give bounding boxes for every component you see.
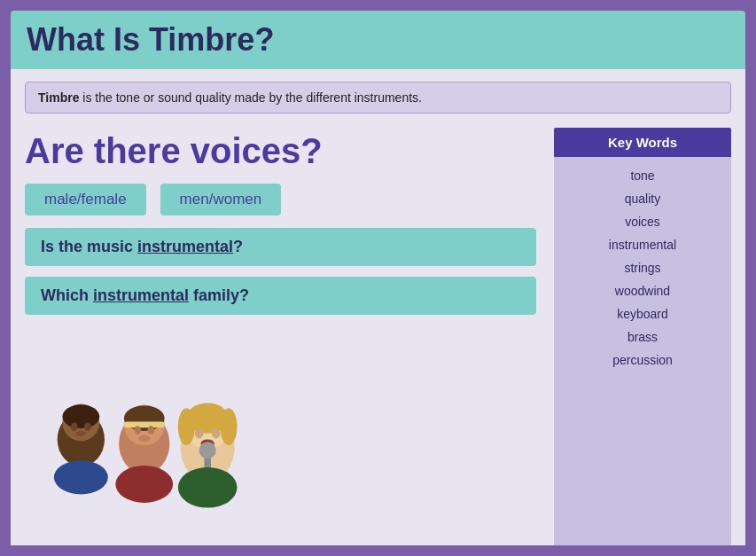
svg-point-10 <box>134 426 141 435</box>
svg-point-11 <box>148 426 155 435</box>
svg-point-19 <box>212 428 221 438</box>
svg-point-18 <box>195 428 204 438</box>
svg-point-3 <box>71 422 78 431</box>
svg-point-4 <box>84 422 91 431</box>
voice-tag-1: male/female <box>25 184 146 215</box>
svg-point-5 <box>76 431 86 436</box>
main-question: Are there voices? <box>25 131 536 171</box>
main-content: Timbre is the tone or sound quality made… <box>11 69 745 545</box>
kw-keyboard: keyboard <box>554 302 731 325</box>
singers-illustration <box>25 359 255 536</box>
kw-voices: voices <box>554 210 731 233</box>
question-2-text-normal: Which <box>41 286 93 304</box>
question-family: Which instrumental family? <box>25 277 536 315</box>
page-title: What Is Timbre? <box>27 21 729 59</box>
voice-tag-2: men/women <box>160 184 282 215</box>
question-instrumental: Is the music instrumental? <box>25 228 536 266</box>
svg-point-22 <box>199 442 216 458</box>
kw-brass: brass <box>554 325 731 348</box>
kw-percussion: percussion <box>554 348 731 372</box>
title-bar: What Is Timbre? <box>11 11 745 69</box>
kw-instrumental: instrumental <box>554 233 731 256</box>
question-1-text-normal: Is the music <box>41 238 137 255</box>
definition-box: Timbre is the tone or sound quality made… <box>25 82 731 114</box>
kw-woodwind: woodwind <box>554 279 731 302</box>
svg-point-25 <box>178 467 238 508</box>
question-1-end: ? <box>233 238 243 255</box>
kw-strings: strings <box>554 256 731 279</box>
question-2-underline: instrumental <box>93 286 189 304</box>
kw-quality: quality <box>554 187 731 210</box>
svg-point-17 <box>220 408 237 445</box>
question-1-underline: instrumental <box>137 238 233 255</box>
page-wrapper: What Is Timbre? Timbre is the tone or so… <box>0 0 756 556</box>
definition-text: is the tone or sound quality made by the… <box>79 90 422 105</box>
svg-point-12 <box>138 435 150 442</box>
left-panel: Are there voices? male/female men/women … <box>25 128 554 545</box>
content-area: Are there voices? male/female men/women … <box>25 128 731 545</box>
definition-term: Timbre <box>38 90 79 105</box>
question-2-end: family? <box>189 286 249 304</box>
svg-point-23 <box>54 460 108 494</box>
key-words-header: Key Words <box>554 128 731 157</box>
voices-row: male/female men/women <box>25 184 536 215</box>
svg-point-2 <box>62 404 99 428</box>
svg-point-24 <box>115 466 173 503</box>
right-panel: Key Words tone quality voices instrument… <box>554 128 731 545</box>
kw-tone: tone <box>554 164 731 187</box>
svg-point-16 <box>178 408 195 445</box>
illustration-area <box>25 325 536 536</box>
svg-rect-9 <box>124 421 165 427</box>
key-words-list: tone quality voices instrumental strings… <box>554 157 731 545</box>
